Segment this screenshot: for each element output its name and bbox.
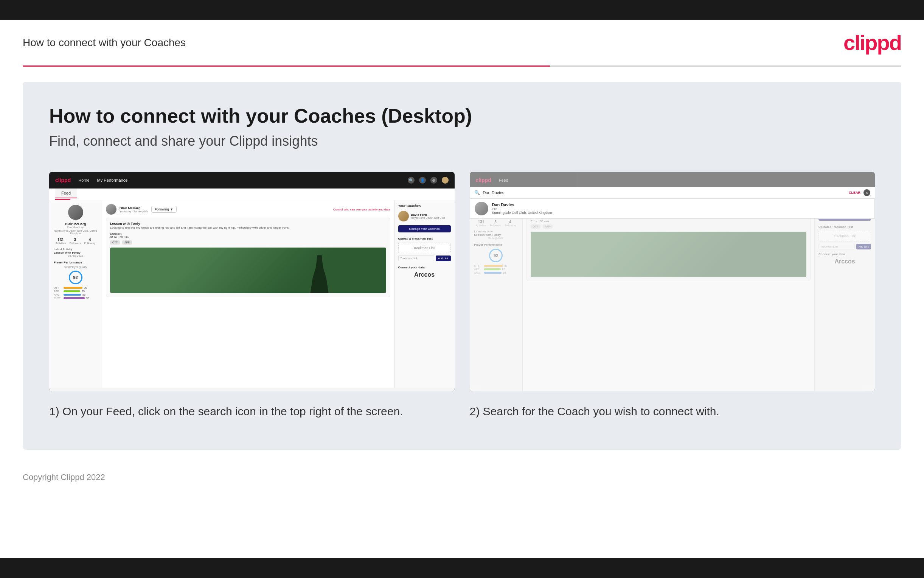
stat-followers-label-1: Followers <box>70 242 81 245</box>
tab-underline-1 <box>55 199 70 200</box>
coaches-title-1: Your Coaches <box>398 204 451 208</box>
add-link-button-1[interactable]: Add Link <box>436 255 450 261</box>
sim-search-dropdown-2: Dan Davies Pro Sunningdale Golf Club, Un… <box>470 199 875 219</box>
post-card-1: Lesson with Fordy Looking to feel like m… <box>106 218 390 297</box>
post-avatar-mini-1 <box>106 204 117 214</box>
profile-handicap-1: Plus Handicap <box>54 226 97 229</box>
sim-screen-1: clippd Home My Performance 🔍 👤 ⚙ Feed <box>49 172 455 391</box>
player-perf-title-1: Player Performance <box>54 261 97 264</box>
copyright-text: Copyright Clippd 2022 <box>23 472 105 482</box>
sim-nav-myperformance-1: My Performance <box>97 178 128 182</box>
page-heading: How to connect with your Coaches (Deskto… <box>49 104 875 127</box>
post-author-sub-1: Yesterday · Sunningdale <box>120 210 148 213</box>
sim-search-overlay-2: 🔍 Dan Davies CLEAR × Dan Davies Pro <box>470 187 875 219</box>
latest-activity-value-1: Lesson with Fordy <box>54 251 97 254</box>
trackman-title-1: Upload a Trackman Test <box>398 237 451 240</box>
sim-profile-panel-1: Blair McHarg Plus Handicap Royal North D… <box>49 200 102 388</box>
post-author-name-1: Blair McHarg <box>120 206 148 210</box>
sim-nav-2: clippd Feed <box>470 172 875 188</box>
avatar-icon-1 <box>442 177 448 183</box>
result-info-1: Dan Davies Pro Sunningdale Golf Club, Un… <box>492 203 552 214</box>
stat-activities-1: 131 Activities <box>56 238 66 245</box>
result-club-1: Sunningdale Golf Club, United Kingdom <box>492 211 552 214</box>
sim-profile-panel-2: Blair McHarg Plus Handicap 131Activities… <box>470 188 523 391</box>
trackman-input-1: Trackman Link Add Link <box>398 255 451 261</box>
coach-avatar-1 <box>398 211 409 221</box>
stat-followers-1: 3 Followers <box>70 238 81 245</box>
latest-activity-label-1: Latest Activity <box>54 248 97 251</box>
person-icon-1: 👤 <box>419 177 426 183</box>
search-input-2[interactable]: Dan Davies <box>483 190 846 195</box>
stat-activities-num-1: 131 <box>56 238 66 242</box>
sim-coaches-panel-2: Your Coaches Dan DaviesSunningdale Golf … <box>814 188 875 391</box>
stat-bars-1: OTT 90 APP 85 ARG <box>54 287 97 299</box>
stat-following-num-1: 4 <box>84 238 96 242</box>
stat-activities-label-1: Activities <box>56 242 66 245</box>
close-button-2[interactable]: × <box>864 189 870 196</box>
stat-following-1: 4 Following <box>84 238 96 245</box>
search-icon-1[interactable]: 🔍 <box>408 177 414 183</box>
post-text-1: Looking to feel like my hands are exitin… <box>110 226 386 230</box>
sim-nav-home-1: Home <box>78 178 89 182</box>
feed-tab-1[interactable]: Feed <box>55 188 77 198</box>
activity-date-1: 03 Aug 2022 <box>54 254 97 257</box>
trackman-field-1[interactable]: Trackman Link <box>398 255 435 261</box>
step-label-2: 2) Search for the Coach you wish to conn… <box>470 404 875 419</box>
screenshot-container-2: clippd Feed 🔍 Dan Davies CLEAR × <box>470 172 875 391</box>
sim-bg-content-2: Blair McHarg Plus Handicap 131Activities… <box>470 188 875 391</box>
manage-coaches-button-1[interactable]: Manage Your Coaches <box>398 225 451 232</box>
profile-avatar-1 <box>68 205 83 220</box>
golfer-silhouette-1 <box>308 255 331 293</box>
following-button-1[interactable]: Following ▼ <box>151 206 176 213</box>
post-duration-1: Duration01 hr : 30 min <box>110 232 386 239</box>
header: How to connect with your Coaches clippd <box>0 19 924 65</box>
profile-club-1: Royal North Devon Golf Club, United King… <box>54 229 97 235</box>
main-content: How to connect with your Coaches (Deskto… <box>23 82 901 450</box>
sim-feed-panel-2: Blair McHargYesterday · Sunningdale Foll… <box>523 188 815 391</box>
bar-arg-1: ARG 86 <box>54 293 97 296</box>
top-bar <box>0 0 924 19</box>
sim-nav-1: clippd Home My Performance 🔍 👤 ⚙ <box>49 172 455 188</box>
stat-followers-num-1: 3 <box>70 238 81 242</box>
sim-following-row-1: Blair McHarg Yesterday · Sunningdale Fol… <box>106 204 390 214</box>
sim-nav-logo-1: clippd <box>55 177 71 183</box>
control-link-1[interactable]: Control who can see your activity and da… <box>333 208 390 211</box>
result-name-1: Dan Davies <box>492 203 552 207</box>
clear-button-2[interactable]: CLEAR <box>849 191 861 195</box>
bar-app-1: APP 85 <box>54 290 97 292</box>
result-avatar-1 <box>475 202 488 215</box>
sim-coaches-panel-1: Your Coaches David Ford Royal North Devo… <box>394 200 455 388</box>
search-icon-2: 🔍 <box>474 190 480 195</box>
result-role-1: Pro <box>492 207 552 211</box>
lesson-title-1: Lesson with Fordy <box>110 222 386 226</box>
header-title: How to connect with your Coaches <box>23 37 186 49</box>
settings-icon-1: ⚙ <box>430 177 437 183</box>
sim-tab-bar-1: Feed <box>49 188 455 200</box>
search-result-1[interactable]: Dan Davies Pro Sunningdale Golf Club, Un… <box>475 202 870 215</box>
coach-name-1: David Ford <box>411 213 445 216</box>
screenshot-container-1: clippd Home My Performance 🔍 👤 ⚙ Feed <box>49 172 455 391</box>
sim-screen-2: clippd Feed 🔍 Dan Davies CLEAR × <box>470 172 875 391</box>
profile-stats-1: 131 Activities 3 Followers 4 Following <box>54 238 97 245</box>
sim-feed-panel-1: Blair McHarg Yesterday · Sunningdale Fol… <box>102 200 394 388</box>
connect-section-1: Connect your data Arccos <box>398 266 451 278</box>
connect-title-1: Connect your data <box>398 266 451 269</box>
profile-name-1: Blair McHarg <box>54 222 97 226</box>
screenshot-panel-1: clippd Home My Performance 🔍 👤 ⚙ Feed <box>49 172 455 419</box>
tag-app-1: APP <box>122 240 132 245</box>
sim-nav-feed-2: Feed <box>499 178 508 182</box>
post-tags-1: OTT APP <box>110 240 386 245</box>
sim-search-bar-2: 🔍 Dan Davies CLEAR × <box>470 187 875 199</box>
sim-nav-logo-2: clippd <box>476 177 491 183</box>
tag-ott-1: OTT <box>110 240 120 245</box>
coach-club-1: Royal North Devon Golf Club <box>411 216 445 219</box>
step-label-1: 1) On your Feed, click on the search ico… <box>49 404 455 419</box>
profile-stats-2: 131Activities 3Followers 4Following <box>474 220 518 227</box>
footer: Copyright Clippd 2022 <box>0 465 924 490</box>
bar-ott-1: OTT 90 <box>54 287 97 289</box>
bar-putt-1: PUTT 96 <box>54 297 97 299</box>
screenshot-panel-2: clippd Feed 🔍 Dan Davies CLEAR × <box>470 172 875 419</box>
sim-nav-icons-1: 🔍 👤 ⚙ <box>408 177 448 183</box>
stat-following-label-1: Following <box>84 242 96 245</box>
clippd-logo: clippd <box>843 30 901 55</box>
